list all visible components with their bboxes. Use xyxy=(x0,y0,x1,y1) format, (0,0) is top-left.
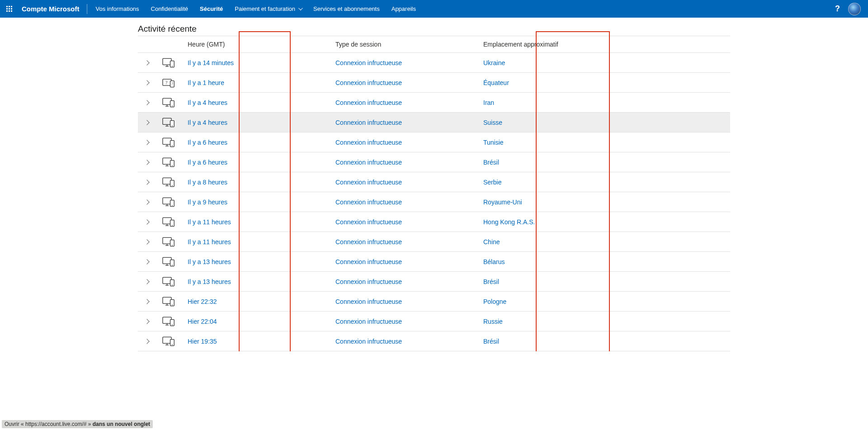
nav-item[interactable]: Vos informations xyxy=(90,0,145,18)
cell-location: Brésil xyxy=(483,338,730,345)
table-header: Heure (GMT) Type de session Emplacement … xyxy=(138,36,730,53)
expand-button[interactable] xyxy=(138,161,156,164)
expand-button[interactable] xyxy=(138,61,156,65)
expand-button[interactable] xyxy=(138,240,156,244)
cell-session-type: Connexion infructueuse xyxy=(335,238,483,246)
table-row[interactable]: Il y a 4 heuresConnexion infructueuseIra… xyxy=(138,93,730,113)
device-pc-phone-icon xyxy=(162,317,176,326)
cell-session-type: Connexion infructueuse xyxy=(335,278,483,285)
cell-location: Chine xyxy=(483,238,730,246)
nav-item[interactable]: Appareils xyxy=(386,0,422,18)
chevron-right-icon xyxy=(144,199,149,204)
cell-location: Iran xyxy=(483,99,730,106)
top-nav-bar: Compte Microsoft Vos informationsConfide… xyxy=(0,0,868,18)
cell-session-type: Connexion infructueuse xyxy=(335,318,483,325)
table-row[interactable]: Il y a 14 minutesConnexion infructueuseU… xyxy=(138,53,730,73)
page-title: Activité récente xyxy=(138,24,730,36)
chevron-right-icon xyxy=(144,239,149,244)
table-row[interactable]: Hier 22:04Connexion infructueuseRussie xyxy=(138,312,730,331)
cell-session-type: Connexion infructueuse xyxy=(335,298,483,305)
table-row[interactable]: Hier 22:32Connexion infructueusePologne xyxy=(138,292,730,312)
device-pc-phone-icon xyxy=(162,137,176,147)
cell-location: Tunisie xyxy=(483,139,730,146)
cell-time: Il y a 11 heures xyxy=(188,238,335,246)
nav-item[interactable]: Sécurité xyxy=(194,0,229,18)
table-row[interactable]: Il y a 8 heuresConnexion infructueuseSer… xyxy=(138,172,730,192)
expand-button[interactable] xyxy=(138,180,156,184)
chevron-right-icon xyxy=(144,319,149,324)
column-header-time: Heure (GMT) xyxy=(188,41,335,48)
cell-session-type: Connexion infructueuse xyxy=(335,198,483,206)
chevron-right-icon xyxy=(144,219,149,224)
help-icon[interactable]: ? xyxy=(835,4,840,14)
cell-location: Équateur xyxy=(483,79,730,86)
expand-button[interactable] xyxy=(138,101,156,104)
chevron-right-icon xyxy=(144,180,149,184)
device-pc-phone-icon xyxy=(162,336,176,346)
table-row[interactable]: Il y a 13 heuresConnexion infructueuseBr… xyxy=(138,272,730,292)
table-row[interactable]: Il y a 1 heureConnexion infructueuseÉqua… xyxy=(138,73,730,93)
expand-button[interactable] xyxy=(138,220,156,224)
expand-button[interactable] xyxy=(138,260,156,264)
table-row[interactable]: Il y a 11 heuresConnexion infructueuseHo… xyxy=(138,212,730,232)
cell-time: Il y a 11 heures xyxy=(188,218,335,226)
expand-button[interactable] xyxy=(138,121,156,124)
table-row[interactable]: Il y a 6 heuresConnexion infructueuseTun… xyxy=(138,132,730,152)
device-pc-phone-icon xyxy=(162,177,176,187)
cell-time: Hier 22:32 xyxy=(188,298,335,305)
cell-session-type: Connexion infructueuse xyxy=(335,59,483,66)
table-row[interactable]: Il y a 6 heuresConnexion infructueuseBré… xyxy=(138,152,730,172)
cell-time: Il y a 13 heures xyxy=(188,258,335,265)
chevron-right-icon xyxy=(144,339,149,344)
avatar[interactable] xyxy=(848,3,861,15)
nav-item[interactable]: Services et abonnements xyxy=(307,0,386,18)
table-row[interactable]: Hier 19:35Connexion infructueuseBrésil xyxy=(138,331,730,351)
brand-label[interactable]: Compte Microsoft xyxy=(22,4,87,14)
cell-session-type: Connexion infructueuse xyxy=(335,218,483,226)
device-pc-phone-icon xyxy=(162,98,176,108)
table-row[interactable]: Il y a 4 heuresConnexion infructueuseSui… xyxy=(138,113,730,132)
cell-location: Russie xyxy=(483,318,730,325)
cell-time: Il y a 1 heure xyxy=(188,79,335,86)
chevron-right-icon xyxy=(144,259,149,264)
chevron-right-icon xyxy=(144,100,149,105)
nav-item[interactable]: Paiement et facturation xyxy=(229,0,307,18)
expand-button[interactable] xyxy=(138,200,156,204)
cell-location: Suisse xyxy=(483,119,730,126)
cell-location: Ukraine xyxy=(483,59,730,66)
cell-session-type: Connexion infructueuse xyxy=(335,179,483,186)
cell-time: Hier 19:35 xyxy=(188,338,335,345)
expand-button[interactable] xyxy=(138,300,156,303)
column-header-location: Emplacement approximatif xyxy=(483,41,730,48)
expand-button[interactable] xyxy=(138,280,156,284)
cell-location: Royaume-Uni xyxy=(483,198,730,206)
activity-list: Il y a 14 minutesConnexion infructueuseU… xyxy=(138,53,730,351)
nav-item[interactable]: Confidentialité xyxy=(145,0,194,18)
chevron-right-icon xyxy=(144,160,149,165)
app-launcher-icon[interactable] xyxy=(3,3,15,15)
expand-button[interactable] xyxy=(138,81,156,85)
expand-button[interactable] xyxy=(138,141,156,144)
device-pc-phone-icon xyxy=(162,277,176,287)
chevron-right-icon xyxy=(144,120,149,125)
cell-session-type: Connexion infructueuse xyxy=(335,119,483,126)
cell-session-type: Connexion infructueuse xyxy=(335,79,483,86)
cell-session-type: Connexion infructueuse xyxy=(335,159,483,166)
table-row[interactable]: Il y a 9 heuresConnexion infructueuseRoy… xyxy=(138,192,730,212)
cell-location: Bélarus xyxy=(483,258,730,265)
device-pc-phone-icon xyxy=(162,257,176,267)
cell-session-type: Connexion infructueuse xyxy=(335,99,483,106)
cell-time: Il y a 6 heures xyxy=(188,139,335,146)
table-row[interactable]: Il y a 11 heuresConnexion infructueuseCh… xyxy=(138,232,730,252)
expand-button[interactable] xyxy=(138,340,156,343)
device-pc-phone-icon xyxy=(162,157,176,167)
cell-session-type: Connexion infructueuse xyxy=(335,258,483,265)
chevron-right-icon xyxy=(144,279,149,284)
expand-button[interactable] xyxy=(138,320,156,323)
cell-time: Hier 22:04 xyxy=(188,318,335,325)
cell-time: Il y a 4 heures xyxy=(188,99,335,106)
table-row[interactable]: Il y a 13 heuresConnexion infructueuseBé… xyxy=(138,252,730,272)
cell-location: Serbie xyxy=(483,179,730,186)
cell-location: Hong Kong R.A.S. xyxy=(483,218,730,226)
cell-time: Il y a 13 heures xyxy=(188,278,335,285)
